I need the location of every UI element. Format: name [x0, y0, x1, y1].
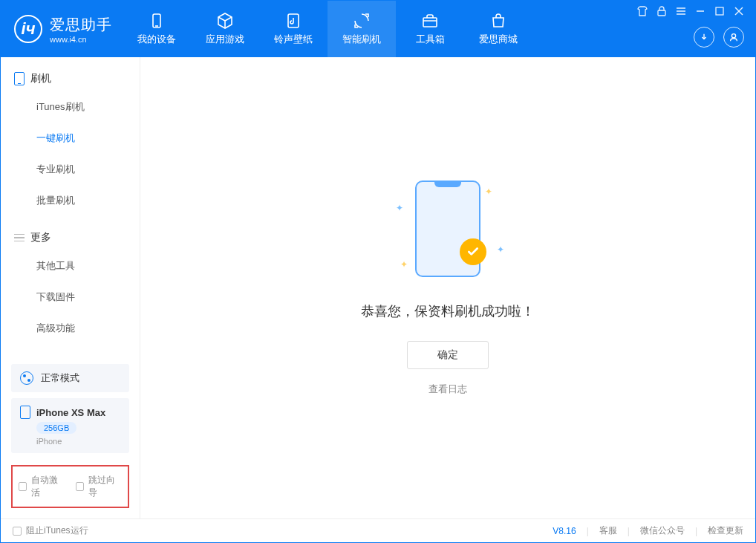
sidebar-item-one-click-flash[interactable]: 一键刷机	[1, 123, 140, 154]
check-update-link[interactable]: 检查更新	[708, 524, 743, 537]
main-nav: 我的设备 应用游戏 铃声壁纸 智能刷机 工具箱 爱思商城	[123, 1, 532, 57]
music-file-icon	[284, 12, 302, 30]
confirm-button[interactable]: 确定	[407, 341, 489, 369]
section-title: 刷机	[30, 72, 51, 85]
nav-label: 工具箱	[416, 33, 445, 46]
support-link[interactable]: 客服	[599, 524, 617, 537]
app-title: 爱思助手	[50, 15, 112, 35]
nav-my-device[interactable]: 我的设备	[123, 1, 191, 57]
nav-label: 智能刷机	[342, 33, 381, 46]
nav-label: 爱思商城	[479, 33, 518, 46]
toolbox-icon	[421, 12, 439, 30]
app-logo: iч 爱思助手 www.i4.cn	[1, 1, 123, 57]
sidebar-section-flash: 刷机	[1, 66, 140, 91]
refresh-icon	[353, 12, 371, 30]
nav-ringtone-wallpaper[interactable]: 铃声壁纸	[259, 1, 328, 57]
sidebar-section-more: 更多	[1, 225, 140, 250]
checkbox-auto-activate[interactable]: 自动激活	[19, 474, 65, 499]
status-bar: 阻止iTunes运行 V8.16 | 客服 | 微信公众号 | 检查更新	[1, 518, 755, 542]
download-button[interactable]	[694, 27, 714, 48]
cube-icon	[216, 12, 234, 30]
checkbox-skip-guide[interactable]: 跳过向导	[76, 474, 123, 499]
nav-smart-flash[interactable]: 智能刷机	[328, 1, 396, 57]
sidebar-item-download-firmware[interactable]: 下载固件	[1, 282, 140, 313]
user-icon	[729, 32, 739, 42]
svg-rect-3	[423, 18, 437, 27]
device-mode[interactable]: 正常模式	[11, 364, 129, 392]
sidebar: 刷机 iTunes刷机 一键刷机 专业刷机 批量刷机 更多 其他工具 下载固件 …	[1, 57, 140, 518]
nav-store[interactable]: 爱思商城	[464, 1, 532, 57]
device-type: iPhone	[36, 437, 120, 446]
mode-icon	[20, 371, 33, 385]
svg-rect-9	[716, 7, 723, 15]
wechat-link[interactable]: 微信公众号	[640, 524, 685, 537]
success-message: 恭喜您，保资料刷机成功啦！	[361, 302, 535, 320]
checkbox-label: 跳过向导	[88, 474, 122, 499]
checkmark-badge-icon	[460, 238, 486, 265]
checkbox-icon	[13, 527, 22, 536]
sidebar-item-batch-flash[interactable]: 批量刷机	[1, 185, 140, 216]
sidebar-item-itunes-flash[interactable]: iTunes刷机	[1, 91, 140, 123]
checkbox-block-itunes[interactable]: 阻止iTunes运行	[13, 524, 88, 537]
main-content: ✦ ✦ ✦ ✦ 恭喜您，保资料刷机成功啦！ 确定 查看日志	[140, 57, 755, 518]
nav-toolbox[interactable]: 工具箱	[396, 1, 464, 57]
maximize-icon[interactable]	[714, 5, 726, 17]
logo-icon: iч	[14, 15, 42, 43]
device-icon	[20, 406, 30, 419]
checkbox-label: 自动激活	[31, 474, 65, 499]
checkbox-icon	[76, 482, 84, 491]
device-storage-badge: 256GB	[36, 422, 76, 434]
device-icon	[148, 12, 166, 30]
list-icon	[14, 234, 25, 241]
bag-icon	[489, 12, 507, 30]
user-button[interactable]	[723, 27, 744, 48]
nav-label: 铃声壁纸	[274, 33, 313, 46]
nav-label: 我的设备	[137, 33, 176, 46]
tshirt-icon[interactable]	[636, 5, 648, 17]
section-title: 更多	[30, 231, 51, 244]
sidebar-item-pro-flash[interactable]: 专业刷机	[1, 154, 140, 185]
minimize-icon[interactable]	[694, 5, 706, 17]
sidebar-item-other-tools[interactable]: 其他工具	[1, 250, 140, 282]
phone-icon	[14, 72, 25, 85]
device-name: iPhone XS Max	[36, 407, 105, 418]
mode-label: 正常模式	[41, 371, 79, 385]
lock-icon[interactable]	[656, 5, 668, 17]
menu-icon[interactable]	[675, 5, 687, 17]
nav-label: 应用游戏	[206, 33, 244, 46]
svg-rect-4	[658, 10, 665, 16]
phone-shape-icon	[415, 181, 480, 277]
flash-options-highlight: 自动激活 跳过向导	[11, 465, 129, 508]
nav-app-games[interactable]: 应用游戏	[191, 1, 259, 57]
app-subtitle: www.i4.cn	[50, 35, 112, 44]
close-icon[interactable]	[733, 5, 745, 17]
download-icon	[699, 32, 709, 42]
sidebar-item-advanced[interactable]: 高级功能	[1, 313, 140, 344]
success-illustration: ✦ ✦ ✦ ✦	[396, 181, 500, 284]
checkbox-label: 阻止iTunes运行	[26, 524, 88, 537]
device-card[interactable]: iPhone XS Max 256GB iPhone	[11, 398, 129, 453]
svg-point-12	[731, 34, 735, 38]
view-log-link[interactable]: 查看日志	[428, 383, 467, 396]
version-label: V8.16	[553, 526, 576, 536]
checkbox-icon	[19, 482, 27, 491]
